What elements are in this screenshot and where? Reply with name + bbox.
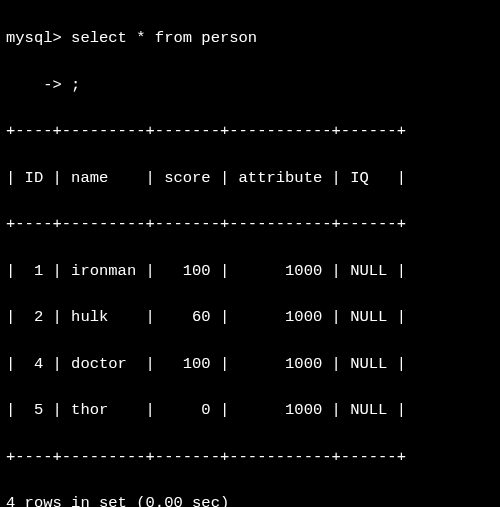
table-row: | 4 | doctor | 100 | 1000 | NULL |: [6, 353, 494, 376]
result-footer: 4 rows in set (0.00 sec): [6, 492, 494, 507]
sql-prompt-continuation: -> ;: [6, 74, 494, 97]
table-row: | 2 | hulk | 60 | 1000 | NULL |: [6, 306, 494, 329]
table-row: | 1 | ironman | 100 | 1000 | NULL |: [6, 260, 494, 283]
table-header: | ID | name | score | attribute | IQ |: [6, 167, 494, 190]
table-border: +----+---------+-------+-----------+----…: [6, 120, 494, 143]
table-row: | 5 | thor | 0 | 1000 | NULL |: [6, 399, 494, 422]
table-border: +----+---------+-------+-----------+----…: [6, 446, 494, 469]
terminal-output: mysql> select * from person -> ; +----+-…: [0, 0, 500, 507]
table-border: +----+---------+-------+-----------+----…: [6, 213, 494, 236]
sql-prompt-line: mysql> select * from person: [6, 27, 494, 50]
